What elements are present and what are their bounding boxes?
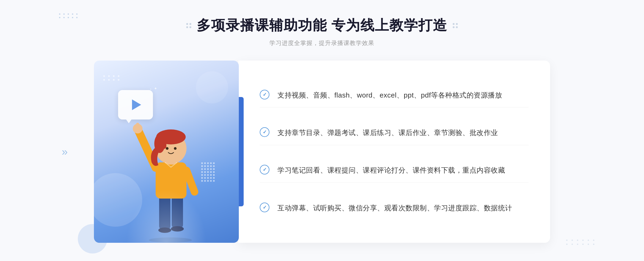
- title-left-dots: [186, 23, 191, 28]
- check-icon-3: ✓: [260, 165, 269, 174]
- svg-point-14: [174, 147, 177, 150]
- dot-pattern-bottom-right: [566, 240, 596, 245]
- accent-bar: [239, 97, 244, 206]
- checkmark-1: ✓: [263, 92, 267, 97]
- illustration-card: ✦ ✦: [94, 61, 239, 243]
- checkmark-2: ✓: [263, 130, 267, 135]
- svg-point-13: [166, 147, 169, 150]
- feature-item-4: ✓ 互动弹幕、试听购买、微信分享、观看次数限制、学习进度跟踪、数据统计: [260, 196, 529, 220]
- feature-item-1: ✓ 支持视频、音频、flash、word、excel、ppt、pdf等各种格式的…: [260, 83, 529, 108]
- glow-effect: [126, 189, 207, 243]
- header-section: 多项录播课辅助功能 专为线上教学打造 学习进度全掌握，提升录播课教学效果: [186, 16, 458, 47]
- left-chevrons: »: [62, 146, 65, 158]
- features-panel: ✓ 支持视频、音频、flash、word、excel、ppt、pdf等各种格式的…: [238, 61, 550, 243]
- feature-item-3: ✓ 学习笔记回看、课程提问、课程评论打分、课件资料下载，重点内容收藏: [260, 158, 529, 183]
- dot-pattern-top-left: [59, 13, 78, 18]
- illustration-inner: ✦ ✦: [94, 61, 239, 243]
- feature-text-2: 支持章节目录、弹题考试、课后练习、课后作业、章节测验、批改作业: [277, 127, 498, 139]
- feature-text-3: 学习笔记回看、课程提问、课程评论打分、课件资料下载，重点内容收藏: [277, 165, 505, 176]
- check-icon-1: ✓: [260, 90, 269, 99]
- deco-circle-medium: [196, 71, 228, 103]
- svg-line-7: [186, 170, 195, 192]
- checkmark-4: ✓: [263, 205, 267, 210]
- page-title: 多项录播课辅助功能 专为线上教学打造: [197, 16, 447, 35]
- check-icon-2: ✓: [260, 127, 269, 137]
- small-dots-top: [103, 75, 120, 81]
- feature-text-4: 互动弹幕、试听购买、微信分享、观看次数限制、学习进度跟踪、数据统计: [277, 203, 512, 214]
- svg-rect-16: [136, 123, 139, 131]
- feature-text-1: 支持视频、音频、flash、word、excel、ppt、pdf等各种格式的资源…: [277, 90, 502, 101]
- feature-item-2: ✓ 支持章节目录、弹题考试、课后练习、课后作业、章节测验、批改作业: [260, 121, 529, 145]
- title-row: 多项录播课辅助功能 专为线上教学打造: [186, 16, 458, 35]
- check-icon-4: ✓: [260, 203, 269, 212]
- checkmark-3: ✓: [263, 167, 267, 172]
- page-subtitle: 学习进度全掌握，提升录播课教学效果: [186, 39, 458, 47]
- page-container: 多项录播课辅助功能 专为线上教学打造 学习进度全掌握，提升录播课教学效果 »: [0, 0, 644, 261]
- main-content: »: [94, 61, 550, 243]
- title-right-dots: [453, 23, 458, 28]
